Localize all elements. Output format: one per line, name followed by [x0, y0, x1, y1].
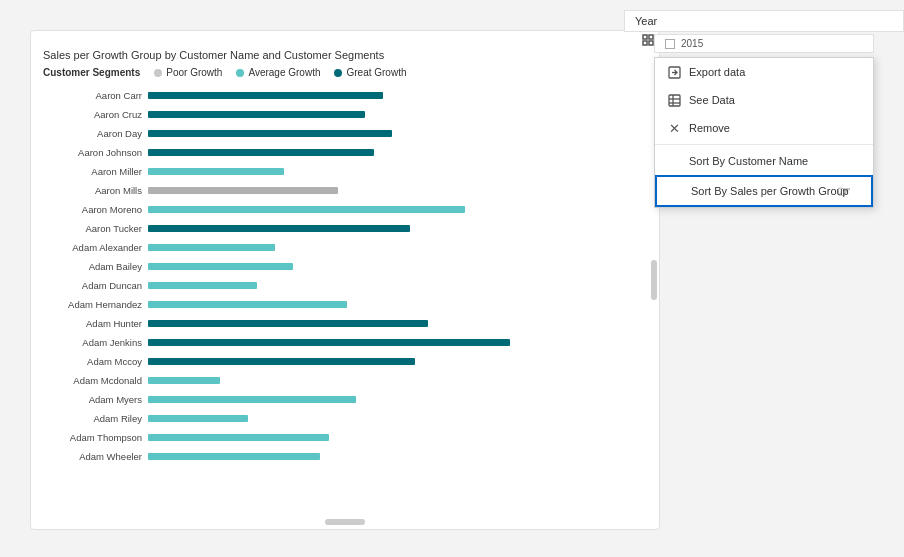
- row-label: Aaron Tucker: [43, 223, 148, 234]
- legend-dot-poor: [154, 69, 162, 77]
- chart-row: Adam Thompson: [43, 428, 659, 446]
- row-label: Adam Myers: [43, 394, 148, 405]
- sort-customer-menu-item[interactable]: Sort By Customer Name: [655, 147, 873, 175]
- row-label: Aaron Moreno: [43, 204, 148, 215]
- legend-label-avg: Average Growth: [248, 67, 320, 78]
- chart-body: Aaron CarrAaron CruzAaron DayAaron Johns…: [43, 86, 659, 466]
- sort-sales-label: Sort By Sales per Growth Group: [691, 185, 849, 197]
- row-label: Adam Thompson: [43, 432, 148, 443]
- main-container: Sales per Growth Group by Customer Name …: [0, 0, 904, 557]
- row-label: Adam Bailey: [43, 261, 148, 272]
- chart-bar: [148, 453, 320, 460]
- chart-row: Aaron Day: [43, 124, 659, 142]
- remove-label: Remove: [689, 122, 730, 134]
- chart-row: Adam Hernandez: [43, 295, 659, 313]
- chart-panel: Sales per Growth Group by Customer Name …: [30, 30, 660, 530]
- legend-label-poor: Poor Growth: [166, 67, 222, 78]
- chart-row: Adam Mccoy: [43, 352, 659, 370]
- sort-customer-label: Sort By Customer Name: [689, 155, 808, 167]
- row-label: Adam Riley: [43, 413, 148, 424]
- chart-row: Adam Duncan: [43, 276, 659, 294]
- row-label: Aaron Miller: [43, 166, 148, 177]
- export-icon: [667, 65, 681, 79]
- sort-sales-menu-item[interactable]: Sort By Sales per Growth Group ☞: [655, 175, 873, 207]
- row-label: Adam Alexander: [43, 242, 148, 253]
- chart-bar: [148, 168, 284, 175]
- legend-great: Great Growth: [334, 67, 406, 78]
- cursor-icon: ☞: [837, 182, 851, 201]
- chart-row: Aaron Johnson: [43, 143, 659, 161]
- sort-customer-icon: [667, 154, 681, 168]
- chart-row: Adam Wheeler: [43, 447, 659, 465]
- drag-handle[interactable]: [333, 39, 357, 43]
- row-label: Aaron Mills: [43, 185, 148, 196]
- chart-row: Aaron Tucker: [43, 219, 659, 237]
- export-data-menu-item[interactable]: Export data: [655, 58, 873, 86]
- chart-bar: [148, 396, 356, 403]
- legend-label-great: Great Growth: [346, 67, 406, 78]
- chart-bar: [148, 92, 383, 99]
- chart-row: Aaron Carr: [43, 86, 659, 104]
- chart-bar: [148, 244, 275, 251]
- row-label: Adam Duncan: [43, 280, 148, 291]
- row-label: Aaron Day: [43, 128, 148, 139]
- sort-sales-icon: [669, 184, 683, 198]
- chart-bar: [148, 130, 392, 137]
- row-label: Adam Mccoy: [43, 356, 148, 367]
- chart-bar: [148, 149, 374, 156]
- legend-poor: Poor Growth: [154, 67, 222, 78]
- chart-row: Adam Myers: [43, 390, 659, 408]
- chart-bar: [148, 358, 415, 365]
- chart-bar: [148, 301, 347, 308]
- right-panel: Year 2015 Export data: [624, 10, 904, 208]
- chart-bar: [148, 282, 257, 289]
- chart-bar: [148, 415, 248, 422]
- year-value-row: 2015: [654, 34, 874, 53]
- chart-row: Adam Jenkins: [43, 333, 659, 351]
- see-data-menu-item[interactable]: See Data: [655, 86, 873, 114]
- row-label: Adam Mcdonald: [43, 375, 148, 386]
- chart-bar: [148, 434, 329, 441]
- legend-dot-great: [334, 69, 342, 77]
- chart-row: Aaron Mills: [43, 181, 659, 199]
- chart-row: Adam Alexander: [43, 238, 659, 256]
- year-value: 2015: [681, 38, 703, 49]
- year-label: Year: [635, 15, 657, 27]
- chart-legend: Customer Segments Poor Growth Average Gr…: [43, 67, 647, 78]
- row-label: Aaron Carr: [43, 90, 148, 101]
- chart-title: Sales per Growth Group by Customer Name …: [43, 49, 647, 61]
- chart-row: Aaron Cruz: [43, 105, 659, 123]
- context-menu: Export data See Data ✕ Remove: [654, 57, 874, 208]
- chart-bar: [148, 263, 293, 270]
- x-icon: ✕: [667, 121, 681, 135]
- legend-prefix: Customer Segments: [43, 67, 140, 78]
- chart-row: Adam Riley: [43, 409, 659, 427]
- year-filter-panel: Year: [624, 10, 904, 32]
- row-label: Aaron Johnson: [43, 147, 148, 158]
- row-label: Adam Wheeler: [43, 451, 148, 462]
- chart-row: Aaron Moreno: [43, 200, 659, 218]
- row-label: Adam Hunter: [43, 318, 148, 329]
- menu-divider: [655, 144, 873, 145]
- chart-bar: [148, 225, 410, 232]
- scroll-indicator-horizontal[interactable]: [325, 519, 365, 525]
- chart-bar: [148, 111, 365, 118]
- export-data-label: Export data: [689, 66, 745, 78]
- remove-menu-item[interactable]: ✕ Remove: [655, 114, 873, 142]
- chart-row: Aaron Miller: [43, 162, 659, 180]
- year-checkbox[interactable]: [665, 39, 675, 49]
- chart-bar: [148, 320, 428, 327]
- legend-dot-avg: [236, 69, 244, 77]
- svg-rect-6: [669, 95, 680, 106]
- row-label: Aaron Cruz: [43, 109, 148, 120]
- chart-bar: [148, 339, 510, 346]
- see-data-label: See Data: [689, 94, 735, 106]
- chart-bar: [148, 206, 465, 213]
- scroll-indicator-vertical[interactable]: [651, 260, 657, 300]
- chart-row: Adam Bailey: [43, 257, 659, 275]
- chart-bar: [148, 187, 338, 194]
- chart-row: Adam Hunter: [43, 314, 659, 332]
- chart-bar: [148, 377, 220, 384]
- row-label: Adam Jenkins: [43, 337, 148, 348]
- legend-avg: Average Growth: [236, 67, 320, 78]
